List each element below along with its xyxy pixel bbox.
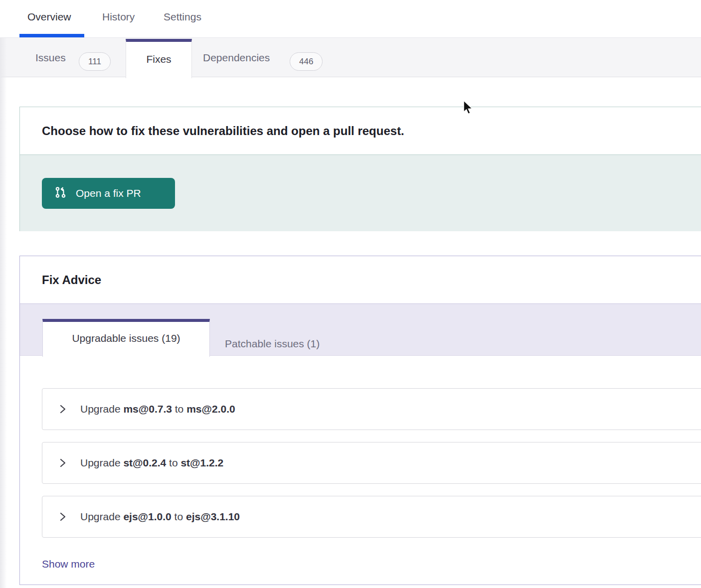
tab-fixes[interactable]: Fixes <box>126 39 192 78</box>
show-more-link[interactable]: Show more <box>42 554 95 574</box>
chevron-right-icon <box>58 457 67 468</box>
upgrade-row-ejs[interactable]: Upgrade ejs@1.0.0 to ejs@3.1.10 <box>42 496 701 538</box>
chevron-right-icon <box>58 511 67 522</box>
section-tabbar: Issues 111 Fixes Dependencies 446 <box>0 37 701 77</box>
upgrade-row-st[interactable]: Upgrade st@0.2.4 to st@1.2.2 <box>42 442 701 484</box>
issues-count-badge: 111 <box>79 52 111 71</box>
fix-banner-card: Choose how to fix these vulnerabilities … <box>19 107 701 231</box>
top-nav: Overview History Settings <box>0 0 701 37</box>
tab-dependencies[interactable]: Dependencies <box>203 38 270 77</box>
fix-banner-title: Choose how to fix these vulnerabilities … <box>42 124 404 138</box>
pull-request-icon <box>55 186 67 201</box>
tab-patchable-issues[interactable]: Patchable issues (1) <box>225 332 320 355</box>
fix-banner-body: Open a fix PR <box>20 155 701 231</box>
fix-advice-title: Fix Advice <box>42 273 101 287</box>
nav-item-overview[interactable]: Overview <box>27 6 71 28</box>
tab-issues[interactable]: Issues <box>35 38 66 77</box>
fix-advice-header: Fix Advice <box>20 256 701 304</box>
open-fix-pr-label: Open a fix PR <box>76 187 141 199</box>
nav-item-settings[interactable]: Settings <box>164 6 201 28</box>
open-fix-pr-button[interactable]: Open a fix PR <box>42 178 175 209</box>
upgrade-row-text: Upgrade ejs@1.0.0 to ejs@3.1.10 <box>80 511 240 523</box>
tab-upgradable-issues[interactable]: Upgradable issues (19) <box>42 319 210 357</box>
dependencies-count-badge: 446 <box>290 52 323 71</box>
fixes-page: Overview History Settings Issues 111 Fix… <box>0 0 701 588</box>
chevron-right-icon <box>58 404 67 415</box>
nav-item-history[interactable]: History <box>102 6 135 28</box>
fix-banner-header: Choose how to fix these vulnerabilities … <box>20 107 701 155</box>
left-edge-shadow <box>0 37 7 588</box>
upgrade-row-ms[interactable]: Upgrade ms@0.7.3 to ms@2.0.0 <box>42 388 701 430</box>
upgrade-row-text: Upgrade st@0.2.4 to st@1.2.2 <box>80 457 223 469</box>
fix-advice-card: Fix Advice Upgradable issues (19) Patcha… <box>19 256 701 585</box>
upgrade-row-text: Upgrade ms@0.7.3 to ms@2.0.0 <box>80 403 235 415</box>
